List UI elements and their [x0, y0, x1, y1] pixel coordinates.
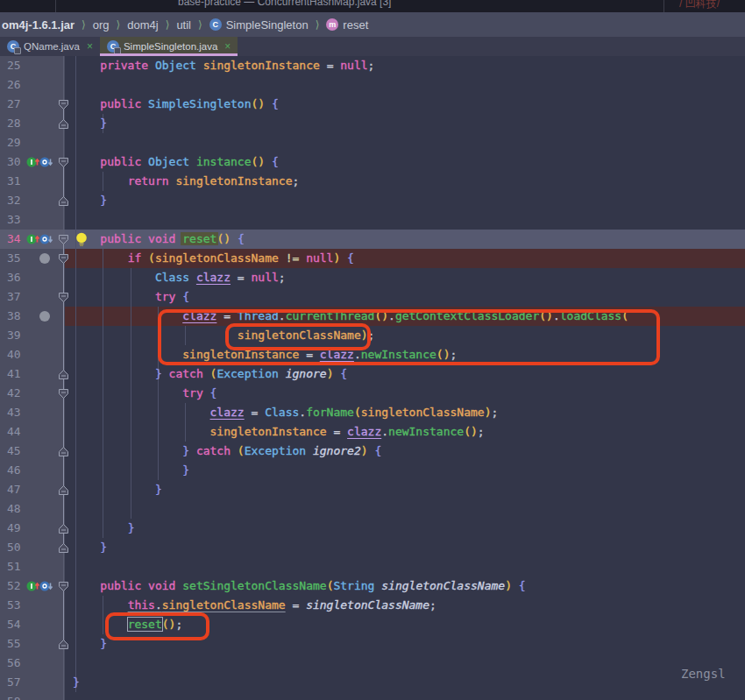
fold-end-icon[interactable]	[58, 118, 69, 130]
breakpoint-dot[interactable]	[39, 311, 50, 322]
breadcrumb-label: dom4j	[127, 18, 158, 32]
line-number: 48	[7, 499, 28, 519]
override-method-icons[interactable]	[25, 580, 55, 592]
breadcrumb-item-om4j-1.6.1.jar[interactable]: om4j-1.6.1.jar	[0, 18, 74, 32]
code-line-52[interactable]: public void setSingletonClassName(String…	[73, 576, 526, 596]
close-tab-icon[interactable]: ×	[224, 40, 231, 53]
title-bar: base-practice — ConcurrentHashMap.java […	[0, 0, 745, 12]
breadcrumb-label: reset	[343, 18, 368, 32]
line-number: 43	[7, 403, 28, 422]
line-number: 38	[7, 307, 28, 326]
breadcrumb-label: util	[176, 18, 191, 32]
fold-end-icon[interactable]	[58, 484, 69, 496]
code-line-35[interactable]: if (singletonClassName != null) {	[73, 249, 354, 268]
fold-end-icon[interactable]	[58, 542, 69, 554]
line-number: 26	[7, 75, 28, 95]
annotation-box-3	[105, 612, 209, 640]
breadcrumb-item-reset[interactable]: mreset	[326, 18, 368, 32]
fold-end-icon[interactable]	[58, 195, 69, 207]
code-line-49[interactable]: }	[73, 519, 134, 538]
fold-end-icon[interactable]	[58, 639, 69, 650]
fold-collapse-icon[interactable]	[58, 388, 69, 399]
line-number: 33	[7, 210, 28, 230]
fold-collapse-icon[interactable]	[58, 581, 69, 592]
code-line-37[interactable]: try {	[73, 287, 189, 307]
code-line-46[interactable]: }	[73, 461, 189, 480]
breadcrumb-label: org	[93, 18, 110, 32]
line-number: 28	[7, 114, 28, 133]
breadcrumb: om4j-1.6.1.jar⟩org⟩dom4j⟩util⟩CSimpleSin…	[0, 12, 745, 37]
code-line-36[interactable]: Class clazz = null;	[73, 268, 286, 287]
code-line-34[interactable]: public void reset() {	[73, 230, 245, 249]
fold-end-icon[interactable]	[58, 446, 69, 457]
line-number: 37	[7, 287, 28, 307]
line-number: 42	[7, 384, 28, 403]
code-line-45[interactable]: } catch (Exception ignore2) {	[73, 442, 381, 461]
breadcrumb-separator: ⟩	[110, 18, 128, 31]
tab-label: QName.java	[24, 41, 80, 52]
annotation-box-2	[225, 323, 371, 350]
code-line-43[interactable]: clazz = Class.forName(singletonClassName…	[73, 403, 498, 422]
code-line-50[interactable]: }	[73, 538, 107, 557]
line-number: 57	[7, 673, 28, 692]
line-number: 40	[7, 345, 28, 364]
tab-simplesingleton.java[interactable]: CSimpleSingleton.java×	[100, 37, 238, 56]
fold-collapse-icon[interactable]	[58, 234, 69, 245]
line-number: 47	[7, 480, 28, 499]
code-line-42[interactable]: try {	[73, 384, 216, 403]
window-title: base-practice — ConcurrentHashMap.java […	[178, 0, 391, 8]
breadcrumb-item-dom4j[interactable]: dom4j	[127, 18, 158, 32]
line-number: 58	[7, 692, 28, 700]
breadcrumb-item-util[interactable]: util	[176, 18, 191, 32]
watermark: Zengsl	[681, 667, 726, 681]
tab-label: SimpleSingleton.java	[124, 41, 217, 52]
lock-badge	[14, 47, 21, 54]
tab-qname.java[interactable]: CQName.java×	[0, 37, 100, 56]
line-number: 32	[7, 191, 28, 210]
code-line-30[interactable]: public Object instance() {	[73, 152, 279, 172]
code-line-31[interactable]: return singletonInstance;	[73, 172, 299, 191]
line-number: 53	[7, 596, 28, 615]
breadcrumb-item-simplesingleton[interactable]: CSimpleSingleton	[209, 18, 309, 32]
line-number: 41	[7, 364, 28, 384]
fold-end-icon[interactable]	[58, 523, 69, 534]
override-method-icons[interactable]	[25, 156, 55, 168]
line-number: 31	[7, 172, 28, 191]
code-line-44[interactable]: singletonInstance = clazz.newInstance();	[73, 422, 485, 442]
editor-tabs: CQName.java×CSimpleSingleton.java×	[0, 37, 745, 56]
code-line-25[interactable]: private Object singletonInstance = null;	[73, 56, 374, 75]
line-number: 27	[7, 95, 28, 114]
line-number: 36	[7, 268, 28, 287]
fold-collapse-icon[interactable]	[58, 99, 69, 110]
method-icon: m	[326, 18, 338, 31]
fold-end-icon[interactable]	[58, 369, 69, 380]
fold-collapse-icon[interactable]	[58, 157, 69, 168]
line-number: 44	[7, 422, 28, 442]
line-number: 39	[7, 326, 28, 345]
code-line-27[interactable]: public SimpleSingleton() {	[73, 95, 279, 114]
line-number: 51	[7, 557, 28, 576]
line-number: 50	[7, 538, 28, 557]
class-icon: C	[209, 18, 222, 31]
line-number: 49	[7, 519, 28, 538]
close-tab-icon[interactable]: ×	[87, 40, 93, 53]
override-method-icons[interactable]	[25, 233, 55, 245]
breadcrumb-label: SimpleSingleton	[226, 18, 309, 32]
line-number: 56	[7, 654, 28, 673]
code-line-47[interactable]: }	[73, 480, 162, 499]
breadcrumb-item-org[interactable]: org	[93, 18, 110, 32]
line-number: 45	[7, 442, 28, 461]
class-file-icon: C	[7, 40, 19, 53]
code-line-41[interactable]: } catch (Exception ignore) {	[73, 364, 347, 384]
fold-collapse-icon[interactable]	[58, 292, 69, 303]
code-editor[interactable]: 25 private Object singletonInstance = nu…	[0, 56, 745, 700]
code-line-55[interactable]: }	[73, 634, 107, 654]
fold-region-line	[63, 586, 64, 644]
breadcrumb-separator: ⟩	[74, 18, 93, 31]
code-line-28[interactable]: }	[73, 114, 107, 133]
code-line-57[interactable]: }	[73, 673, 80, 692]
fold-collapse-icon[interactable]	[58, 253, 69, 265]
breakpoint-dot[interactable]	[39, 253, 50, 264]
code-line-32[interactable]: }	[73, 191, 107, 210]
class-file-icon: C	[107, 40, 119, 53]
